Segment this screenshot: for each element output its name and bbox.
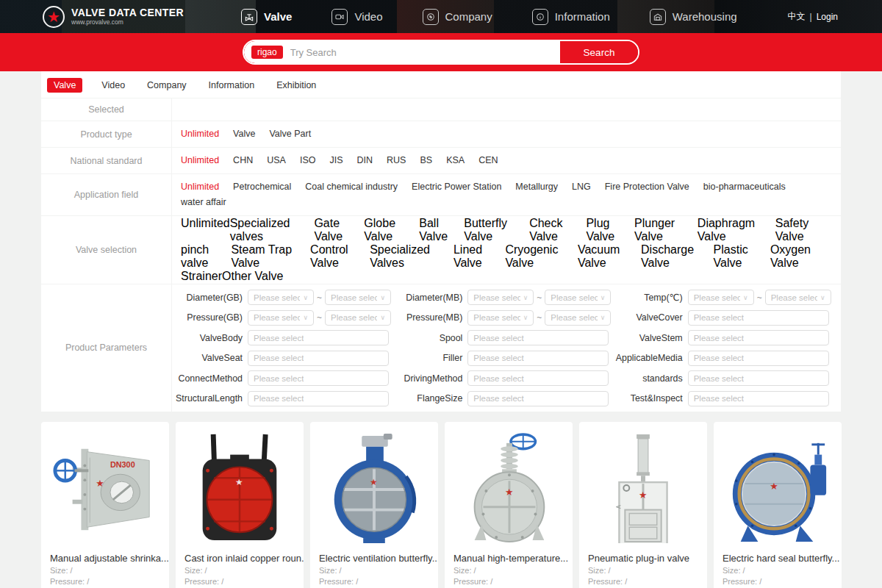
brand-logo[interactable]: ★ VALVE DATA CENTER www.provalve.com xyxy=(43,6,184,28)
filter-option[interactable]: RUS xyxy=(387,153,406,168)
product-title[interactable]: Manual high-temperature... xyxy=(445,548,573,565)
filter-option[interactable]: Unlimited xyxy=(181,126,219,142)
param-select[interactable]: Please select xyxy=(467,370,609,386)
param-select[interactable]: Please select xyxy=(248,370,389,386)
product-card[interactable]: ★ Manual high-temperature... Size: / Pre… xyxy=(445,422,573,588)
product-size: Size: / xyxy=(579,565,707,576)
param-select[interactable]: Please select xyxy=(688,370,829,386)
filter-option[interactable]: Specialized valves xyxy=(230,217,315,243)
tab-company[interactable]: Company xyxy=(144,78,190,93)
param-select[interactable]: Please select xyxy=(688,391,829,406)
param-select[interactable]: Please select xyxy=(467,391,609,406)
filter-option[interactable]: Lined Valve xyxy=(453,243,505,270)
filter-option[interactable]: Oxygen Valve xyxy=(770,243,832,270)
chevron-down-icon: ∨ xyxy=(380,314,385,321)
product-title[interactable]: Electric hard seal butterfly... xyxy=(714,548,842,565)
filter-option[interactable]: Vacuum Valve xyxy=(578,243,641,270)
filter-option[interactable]: Control Valve xyxy=(310,243,370,270)
nav-item-company[interactable]: Company xyxy=(423,9,492,25)
filter-option[interactable]: Check Valve xyxy=(529,217,586,243)
login-link[interactable]: Login xyxy=(817,12,838,22)
product-card[interactable]: ★ Pneumatic plug-in valve Size: / Pressu… xyxy=(579,422,707,588)
search-keyword-tag[interactable]: rigao xyxy=(251,46,283,59)
param-select[interactable]: Please select xyxy=(688,330,829,345)
filter-option[interactable]: BS xyxy=(420,153,432,168)
filter-option[interactable]: Plastic Valve xyxy=(714,243,770,270)
param-select-min[interactable]: Please select∨ xyxy=(248,290,314,305)
filter-option[interactable]: Other Valve xyxy=(222,270,283,283)
param-select[interactable]: Please select xyxy=(248,330,389,345)
filter-option[interactable]: Steam Trap Valve xyxy=(231,243,310,270)
param-select[interactable]: Please select xyxy=(688,310,829,326)
filter-option[interactable]: Butterfly Valve xyxy=(464,217,529,243)
param-select-max[interactable]: Please select∨ xyxy=(545,310,611,326)
nav-item-video[interactable]: Video xyxy=(331,9,382,25)
nav-item-valve[interactable]: Valve xyxy=(241,9,292,25)
filter-option[interactable]: Globe Valve xyxy=(364,217,419,243)
param-select-max[interactable]: Please select∨ xyxy=(325,310,391,326)
filter-option[interactable]: water affair xyxy=(181,195,226,210)
search-input[interactable] xyxy=(290,47,560,58)
param-select[interactable]: Please select xyxy=(467,330,609,345)
nav-item-information[interactable]: Information xyxy=(532,9,610,25)
filter-option[interactable]: JIS xyxy=(329,153,343,168)
tab-valve[interactable]: Valve xyxy=(47,78,82,93)
filter-option[interactable]: Electric Power Station xyxy=(412,179,501,195)
filter-option[interactable]: Diaphragm Valve xyxy=(698,217,775,243)
filter-option[interactable]: Unlimited xyxy=(181,179,219,195)
filter-option[interactable]: Strainer xyxy=(181,270,222,283)
product-title[interactable]: Electric ventilation butterfly... xyxy=(310,548,438,565)
tab-video[interactable]: Video xyxy=(98,78,128,93)
filter-option[interactable]: Safety Valve xyxy=(775,217,832,243)
filter-option[interactable]: Plug Valve xyxy=(586,217,634,243)
filter-option[interactable]: DIN xyxy=(357,153,373,168)
product-card[interactable]: DN300 ★ Manual adjustable shrinka... Siz… xyxy=(41,422,169,588)
chevron-down-icon: ∨ xyxy=(820,294,825,301)
filter-option[interactable]: Metallurgy xyxy=(515,179,558,195)
tab-exhibition[interactable]: Exhibition xyxy=(273,78,319,93)
filter-option[interactable]: Coal chemical industry xyxy=(305,179,398,195)
filter-option[interactable]: LNG xyxy=(572,179,591,195)
filter-option[interactable]: Specialized Valves xyxy=(370,243,453,270)
filter-option[interactable]: Unlimited xyxy=(181,217,230,243)
filter-option[interactable]: Gate Valve xyxy=(314,217,364,243)
filter-row-valve-selection: Valve selection Unlimited Specialized va… xyxy=(41,215,841,284)
param-select-max[interactable]: Please select∨ xyxy=(545,290,611,305)
filter-option[interactable]: Petrochemical xyxy=(233,179,291,195)
search-button[interactable]: Search xyxy=(560,41,638,63)
tab-information[interactable]: Information xyxy=(206,78,258,93)
product-title[interactable]: Pneumatic plug-in valve xyxy=(579,548,707,565)
product-card[interactable]: ★ Cast iron inlaid copper roun... Size: … xyxy=(176,422,304,588)
product-title[interactable]: Cast iron inlaid copper roun... xyxy=(176,548,304,565)
filter-option[interactable]: Ball Valve xyxy=(419,217,464,243)
param-select[interactable]: Please select xyxy=(688,351,829,366)
product-title[interactable]: Manual adjustable shrinka... xyxy=(41,548,169,565)
filter-option[interactable]: Cryogenic Valve xyxy=(505,243,578,270)
filter-option[interactable]: ISO xyxy=(300,153,316,168)
lang-switch[interactable]: 中文 xyxy=(788,10,806,23)
filter-option[interactable]: Valve xyxy=(233,126,255,142)
filter-option[interactable]: Valve Part xyxy=(269,126,311,142)
filter-option[interactable]: pinch valve xyxy=(181,243,231,270)
filter-option[interactable]: bio-pharmaceuticals xyxy=(703,179,786,195)
param-select[interactable]: Please select xyxy=(248,351,389,366)
product-card[interactable]: ★ Electric ventilation butterfly... Size… xyxy=(310,422,438,588)
param-select-max[interactable]: Please select∨ xyxy=(325,290,391,305)
product-card[interactable]: ★ Electric hard seal butterfly... Size: … xyxy=(714,422,842,588)
filter-option[interactable]: Plunger Valve xyxy=(634,217,698,243)
param-select-min[interactable]: Please select∨ xyxy=(248,310,314,326)
filter-option[interactable]: Fire Protection Valve xyxy=(605,179,689,195)
filter-option[interactable]: KSA xyxy=(446,153,465,168)
nav-item-warehousing[interactable]: Warehousing xyxy=(650,9,737,25)
filter-option[interactable]: Unlimited xyxy=(181,153,219,168)
param-select-min[interactable]: Please select∨ xyxy=(688,290,754,305)
param-select-min[interactable]: Please select∨ xyxy=(467,310,534,326)
filter-option[interactable]: CEN xyxy=(478,153,498,168)
filter-option[interactable]: CHN xyxy=(233,153,253,168)
param-select-max[interactable]: Please select∨ xyxy=(765,290,831,305)
param-select-min[interactable]: Please select∨ xyxy=(467,290,534,305)
param-select[interactable]: Please select xyxy=(467,351,609,366)
filter-option[interactable]: USA xyxy=(267,153,286,168)
param-select[interactable]: Please select xyxy=(248,391,389,406)
filter-option[interactable]: Discharge Valve xyxy=(641,243,714,270)
